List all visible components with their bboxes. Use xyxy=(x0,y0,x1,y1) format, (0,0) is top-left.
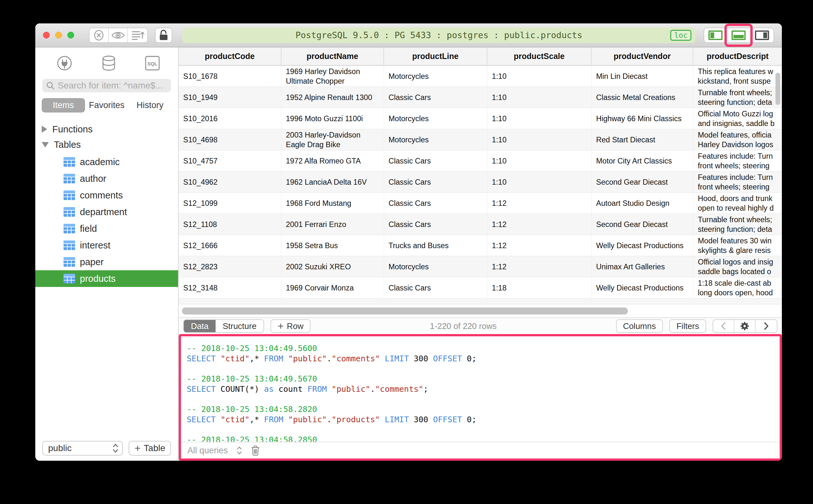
table-cell[interactable]: 1:12 xyxy=(487,235,592,256)
table-cell[interactable]: Highway 66 Mini Classics xyxy=(592,108,693,129)
sidebar-table-item-paper[interactable]: paper xyxy=(35,254,178,270)
table-cell[interactable]: 1:10 xyxy=(487,66,592,87)
table-cell[interactable]: S12_1108 xyxy=(179,214,281,235)
sidebar-table-item-department[interactable]: department xyxy=(35,204,178,220)
table-cell[interactable]: Red Start Diecast xyxy=(592,129,693,150)
table-cell[interactable]: Model features 30 winskylights & glare r… xyxy=(693,235,782,256)
minimize-window-button[interactable] xyxy=(55,32,62,38)
table-cell[interactable]: S10_4962 xyxy=(179,172,281,192)
connection-plug-icon[interactable] xyxy=(56,55,72,71)
sidebar-table-item-interest[interactable]: interest xyxy=(35,237,178,254)
table-cell[interactable]: 1969 Corvair Monza xyxy=(281,277,384,298)
table-cell[interactable]: Welly Diecast Productions xyxy=(592,277,693,298)
column-header-productvendor[interactable]: productVendor xyxy=(592,47,693,65)
toggle-right-panel-button[interactable] xyxy=(750,28,774,42)
tab-structure[interactable]: Structure xyxy=(216,320,264,332)
table-row[interactable]: S10_16781969 Harley Davidson Ultimate Ch… xyxy=(179,66,782,87)
table-cell[interactable]: 1:10 xyxy=(487,87,592,108)
table-row[interactable]: S12_28232002 Suzuki XREOMotorcycles1:12U… xyxy=(179,256,782,277)
table-cell[interactable]: Features include: Turnfront wheels; stee… xyxy=(693,150,782,171)
table-cell[interactable]: Motorcycles xyxy=(384,256,487,277)
toggle-left-panel-button[interactable] xyxy=(704,28,727,42)
table-cell[interactable]: 1:10 xyxy=(487,129,592,150)
close-window-button[interactable] xyxy=(43,32,50,38)
table-row[interactable]: S10_19491952 Alpine Renault 1300Classic … xyxy=(179,87,782,108)
table-cell[interactable]: Autoart Studio Design xyxy=(592,193,693,214)
table-cell[interactable]: Motorcycles xyxy=(384,108,487,129)
watch-button[interactable] xyxy=(109,28,128,42)
query-log-button[interactable] xyxy=(128,28,147,42)
table-cell[interactable]: Unimax Art Galleries xyxy=(592,256,693,277)
lock-button[interactable] xyxy=(155,28,172,43)
table-cell[interactable]: Official logos and insigsaddle bags loca… xyxy=(693,256,782,277)
table-cell[interactable]: Classic Cars xyxy=(384,172,487,192)
table-cell[interactable]: 1996 Moto Guzzi 1100i xyxy=(281,108,384,129)
table-cell[interactable]: Hood, doors and trunkopen to reveal high… xyxy=(693,193,782,214)
table-cell[interactable]: Classic Cars xyxy=(384,214,487,235)
table-cell[interactable]: S12_1099 xyxy=(179,193,281,214)
log-filter-value[interactable]: All queries xyxy=(187,446,228,456)
table-cell[interactable]: S10_1678 xyxy=(179,66,281,87)
table-cell[interactable]: 2003 Harley-Davidson Eagle Drag Bike xyxy=(281,129,384,150)
table-cell[interactable]: Turnable front wheels;steering function;… xyxy=(693,214,782,235)
table-cell[interactable]: 1972 Alfa Romeo GTA xyxy=(281,150,384,171)
table-cell[interactable]: Classic Cars xyxy=(384,150,487,171)
table-cell[interactable]: 2001 Ferrari Enzo xyxy=(281,214,384,235)
table-cell[interactable]: Turnable front wheels;steering function;… xyxy=(693,87,782,108)
table-cell[interactable]: S10_4757 xyxy=(179,150,281,171)
table-row[interactable]: S10_49621962 LanciaA Delta 16VClassic Ca… xyxy=(179,172,782,193)
tab-history[interactable]: History xyxy=(128,98,172,113)
column-header-productname[interactable]: productName xyxy=(281,47,384,65)
tree-group-functions[interactable]: Functions xyxy=(35,122,178,137)
table-row[interactable]: S10_47571972 Alfa Romeo GTAClassic Cars1… xyxy=(179,150,782,172)
tree-group-tables[interactable]: Tables xyxy=(35,137,178,152)
table-cell[interactable]: Features include: Turnfront wheels; stee… xyxy=(693,172,782,192)
table-cell[interactable]: 1952 Alpine Renault 1300 xyxy=(281,87,384,108)
table-cell[interactable]: 1:12 xyxy=(487,193,592,214)
table-cell[interactable]: Model features, officiaHarley Davidson l… xyxy=(693,129,782,150)
table-cell[interactable]: Classic Metal Creations xyxy=(592,87,693,108)
previous-page-button[interactable] xyxy=(713,320,734,332)
database-icon[interactable] xyxy=(101,55,116,71)
table-cell[interactable]: Welly Diecast Productions xyxy=(592,235,693,256)
table-cell[interactable]: 1968 Ford Mustang xyxy=(281,193,384,214)
table-cell[interactable]: 1:18 xyxy=(487,277,592,298)
table-row[interactable]: S12_10991968 Ford MustangClassic Cars1:1… xyxy=(179,193,782,214)
table-cell[interactable]: Official Moto Guzzi logand insignias, sa… xyxy=(693,108,782,129)
add-row-button[interactable]: + Row xyxy=(270,319,310,333)
sidebar-table-item-field[interactable]: field xyxy=(35,220,178,237)
column-header-productdescription[interactable]: productDescript xyxy=(693,47,782,65)
table-cell[interactable]: Trucks and Buses xyxy=(384,235,487,256)
disconnect-button[interactable] xyxy=(89,28,109,42)
columns-button[interactable]: Columns xyxy=(616,319,663,333)
search-input[interactable] xyxy=(58,80,167,91)
zoom-window-button[interactable] xyxy=(67,32,74,38)
table-cell[interactable]: 2002 Suzuki XREO xyxy=(281,256,384,277)
add-table-button[interactable]: + Table xyxy=(129,441,171,456)
tab-favorites[interactable]: Favorites xyxy=(85,98,128,113)
table-cell[interactable]: S12_3148 xyxy=(179,277,281,298)
table-cell[interactable]: 1:10 xyxy=(487,108,592,129)
sql-editor-icon[interactable]: SQL xyxy=(145,55,160,71)
table-row[interactable]: S10_46982003 Harley-Davidson Eagle Drag … xyxy=(179,129,782,150)
table-cell[interactable]: 1:18 scale die-cast ablong doors open, h… xyxy=(693,277,782,298)
table-cell[interactable]: 1:12 xyxy=(487,214,592,235)
table-cell[interactable]: 1962 LanciaA Delta 16V xyxy=(281,172,384,192)
tab-data[interactable]: Data xyxy=(184,320,216,332)
table-cell[interactable]: Min Lin Diecast xyxy=(592,66,693,87)
table-row[interactable]: S12_11082001 Ferrari EnzoClassic Cars1:1… xyxy=(179,214,782,235)
sidebar-table-item-author[interactable]: author xyxy=(35,170,178,187)
table-cell[interactable]: This replica features wkickstand, front … xyxy=(693,66,782,87)
table-cell[interactable]: Classic Cars xyxy=(384,87,487,108)
trash-icon[interactable] xyxy=(251,445,260,456)
table-cell[interactable]: 1:12 xyxy=(487,256,592,277)
table-cell[interactable]: 1:10 xyxy=(487,172,592,192)
sidebar-table-item-academic[interactable]: academic xyxy=(35,154,178,170)
table-cell[interactable]: S12_2823 xyxy=(179,256,281,277)
next-page-button[interactable] xyxy=(756,320,777,332)
table-cell[interactable]: S12_1666 xyxy=(179,235,281,256)
settings-button[interactable] xyxy=(734,320,756,332)
table-row[interactable]: S10_20161996 Moto Guzzi 1100iMotorcycles… xyxy=(179,108,782,129)
table-cell[interactable]: Motorcycles xyxy=(384,66,487,87)
tab-items[interactable]: Items xyxy=(42,98,85,113)
